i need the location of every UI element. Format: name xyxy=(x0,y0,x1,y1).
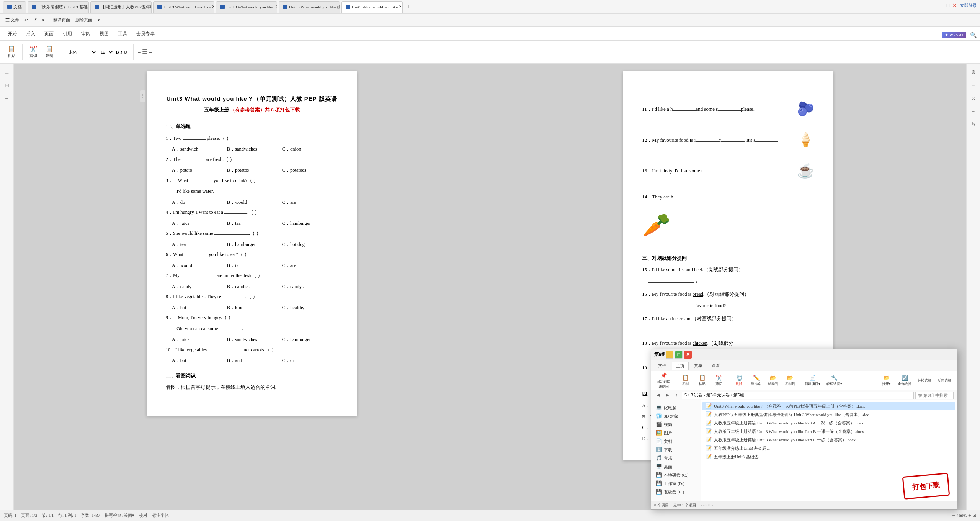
fm-file-3[interactable]: 📝 人教版五年级上册英语 Unit 3 What would you like … xyxy=(702,419,955,427)
fm-cut-button[interactable]: ✂️ 剪切 xyxy=(711,374,727,387)
rt-copy[interactable]: 📋 复制 xyxy=(42,44,56,60)
fm-file-2[interactable]: 📝 人教PEP版五年级上册典型讲解与强化训练 Unit 3 What would… xyxy=(702,410,955,419)
fm-side-desktop[interactable]: 🖥️ 桌面 xyxy=(651,462,701,471)
fm-side-3d[interactable]: 🧊 3D 对象 xyxy=(651,412,701,420)
rt-paste[interactable]: 📋 粘贴 xyxy=(5,44,18,60)
fm-new-item-button[interactable]: 📄 新建项目▾ xyxy=(802,374,823,387)
fm-delete-button[interactable]: 🗑️ 删除 xyxy=(732,374,747,387)
italic-button[interactable]: I xyxy=(121,49,122,55)
zoom-in-button[interactable]: + xyxy=(968,513,971,519)
fm-rename-button[interactable]: ✏️ 重命名 xyxy=(748,374,764,387)
toolbar-more-dropdown[interactable]: ▾ xyxy=(95,17,102,23)
fm-copy-button[interactable]: 📋 复制 xyxy=(678,374,693,387)
fm-paste-button[interactable]: 📋 粘贴 xyxy=(694,374,710,387)
ribbon-tab-review[interactable]: 审阅 xyxy=(77,28,95,40)
fit-page-button[interactable]: ⊡ xyxy=(973,513,976,518)
tab-unit3-dan[interactable]: Unit 3 What would you like_单元... xyxy=(216,1,277,13)
minimize-button[interactable]: — xyxy=(938,3,943,9)
search-button[interactable]: 🔍 xyxy=(969,31,977,39)
align-left-button[interactable]: ≡ xyxy=(137,49,141,56)
doc-resize-handle[interactable] xyxy=(140,90,145,102)
fm-move-button[interactable]: 📂 移动到 xyxy=(765,374,781,387)
fm-minimize-button[interactable]: — xyxy=(666,351,673,359)
fm-maximize-button[interactable]: □ xyxy=(675,351,683,359)
fm-side-music[interactable]: 🎵 音乐 xyxy=(651,454,701,462)
sidebar-nav-icon[interactable]: ☰ xyxy=(2,67,12,77)
fm-easy-access-button[interactable]: 🔧 轻松访问▾ xyxy=(824,374,844,387)
close-button[interactable]: ✕ xyxy=(952,2,957,9)
ribbon-tab-tools[interactable]: 工具 xyxy=(113,28,132,40)
bold-button[interactable]: B xyxy=(116,49,119,55)
right-sidebar-icon3[interactable]: ⊙ xyxy=(968,93,979,103)
fm-side-drive-d[interactable]: 💾 工作室 (D:) xyxy=(651,479,701,488)
fm-forward-button[interactable]: ▶ xyxy=(663,392,671,399)
fm-search-input[interactable] xyxy=(915,392,954,399)
right-sidebar-icon1[interactable]: ⊕ xyxy=(968,67,979,77)
toolbar-translate[interactable]: 翻译页面 xyxy=(51,16,72,24)
fm-file-7[interactable]: 📝 五年级上册Unit3 基础达... xyxy=(702,452,955,461)
right-sidebar-icon5[interactable]: ✎ xyxy=(968,119,979,129)
fm-file-1[interactable]: 📝 Unit3 What would you like？（夺冠卷）人教PEP版英… xyxy=(702,402,955,410)
wps-ai-button[interactable]: ✦ WPS AI xyxy=(942,32,966,38)
q17: 17．I'd like an ice cream.（对画线部分提问） xyxy=(642,315,814,323)
login-button[interactable]: 立即登录 xyxy=(960,3,977,8)
fm-back-button[interactable]: ◀ xyxy=(654,392,662,399)
fm-tab-share[interactable]: 共享 xyxy=(690,362,706,369)
tab-kuaile[interactable]: （快乐暑假练）Unit 3 基础达标卷-小 xyxy=(28,1,89,13)
fm-open-button[interactable]: 📂 打开▾ xyxy=(879,374,894,387)
font-family-select[interactable]: 宋体 xyxy=(67,49,97,55)
toolbar-file[interactable]: ☰ 文件 xyxy=(3,16,21,24)
fm-invert-button[interactable]: 反向选择 xyxy=(935,377,954,384)
underline-button[interactable]: U xyxy=(124,49,127,55)
toolbar-redo-arrow[interactable]: ↺ xyxy=(31,17,39,23)
ribbon-tab-start[interactable]: 开始 xyxy=(3,28,21,40)
rt-cut[interactable]: ✂️ 剪切 xyxy=(26,44,40,60)
fm-side-drive-e[interactable]: 💾 老硬盘 (E:) xyxy=(651,488,701,496)
mode-check[interactable]: 校对 xyxy=(139,513,147,518)
fm-pin-button[interactable]: 📌 固定到快 速访问 xyxy=(654,372,673,390)
sidebar-thumbnail-icon[interactable]: ⊞ xyxy=(2,80,12,90)
ribbon-tab-member[interactable]: 会员专享 xyxy=(132,28,159,40)
fm-side-downloads[interactable]: ⬇️ 下载 xyxy=(651,446,701,454)
ribbon-tab-page[interactable]: 页面 xyxy=(40,28,58,40)
tab-unit3-zong[interactable]: Unit 3 What would you like 综合 xyxy=(279,1,340,13)
toolbar-delete-page[interactable]: 删除页面 xyxy=(73,16,95,24)
fm-file-4[interactable]: 📝 人教版五年级上册英语 Unit 3 What would you like … xyxy=(702,427,955,436)
mark-font[interactable]: 标注字体 xyxy=(152,513,169,518)
toolbar-undo-arrow[interactable]: ↩ xyxy=(22,17,30,23)
fm-tab-view[interactable]: 查看 xyxy=(708,362,724,369)
address-path-input[interactable] xyxy=(682,392,914,399)
align-right-button[interactable]: ≡ xyxy=(149,49,152,56)
right-sidebar-icon4[interactable]: ≡ xyxy=(968,106,979,116)
ribbon-tab-view[interactable]: 视图 xyxy=(95,28,113,40)
toolbar-dropdown[interactable]: ▾ xyxy=(40,17,47,23)
tab-wenjian[interactable]: 文档 xyxy=(3,1,26,13)
fm-side-pictures[interactable]: 🖼️ 图片 xyxy=(651,429,701,437)
fm-up-button[interactable]: ↑ xyxy=(673,392,680,399)
fm-file-6[interactable]: 📝 五年级满分练上Unit3 基础词... xyxy=(702,444,955,452)
zoom-out-button[interactable]: − xyxy=(952,513,956,519)
maximize-button[interactable]: □ xyxy=(946,3,949,9)
fm-side-video[interactable]: 🎬 视频 xyxy=(651,420,701,429)
tab-add-button[interactable]: + xyxy=(404,2,413,11)
tab-unit3-active[interactable]: Unit3 What would you like？ ✕ xyxy=(341,1,403,13)
fm-select-all-button[interactable]: ☑️ 全选选择 xyxy=(895,374,914,387)
fm-side-docs[interactable]: 📄 文档 xyxy=(651,437,701,446)
fm-copyto-button[interactable]: 📂 复制到 xyxy=(782,374,797,387)
fm-file-5[interactable]: 📝 人教版五年级上册英语 Unit 3 What would you like … xyxy=(702,436,955,444)
ribbon-tab-insert[interactable]: 插入 xyxy=(21,28,40,40)
right-sidebar-icon2[interactable]: ⊟ xyxy=(968,80,979,90)
fm-side-computer[interactable]: 💻 此电脑 xyxy=(651,403,701,412)
ribbon-tab-ref[interactable]: 引用 xyxy=(58,28,77,40)
fm-tab-file[interactable]: 文件 xyxy=(654,362,670,369)
left-doc-panel[interactable]: Unit3 What would you like？（单元测试）人教 PEP 版… xyxy=(14,64,490,510)
align-center-button[interactable]: ☰ xyxy=(142,48,147,56)
fm-tab-home[interactable]: 主页 xyxy=(672,362,689,370)
font-size-select[interactable]: 12 xyxy=(99,49,114,55)
fm-side-drive-c[interactable]: 💾 本地磁盘 (C:) xyxy=(651,471,701,479)
sidebar-outline-icon[interactable]: ≡ xyxy=(2,93,12,103)
fm-select-none-button[interactable]: 轻松选择 xyxy=(915,377,934,384)
fm-close-button[interactable]: ✕ xyxy=(684,351,692,359)
tab-unit3-part[interactable]: Unit 3 What would you like？Par... xyxy=(153,1,214,13)
tab-cihui[interactable]: 【词汇运用】人教PEP五年级上册册 xyxy=(90,1,152,13)
